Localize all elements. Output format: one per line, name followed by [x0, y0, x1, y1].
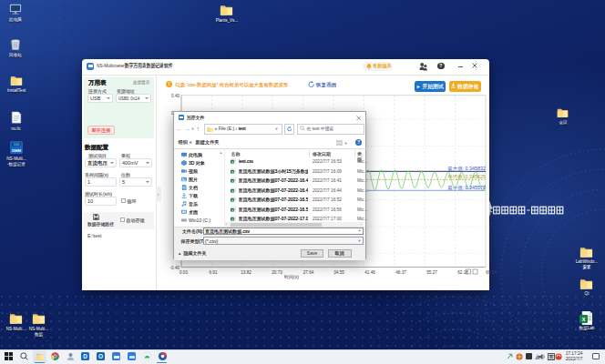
svg-text:69.09: 69.09	[486, 270, 497, 275]
svg-text:最小值: 0.345570: 最小值: 0.345570	[447, 185, 486, 190]
svg-text:27.64: 27.64	[303, 270, 314, 275]
svg-text:-0.40: -0.40	[170, 266, 180, 270]
svg-text:34.55: 34.55	[333, 270, 344, 275]
svg-text:48.37: 48.37	[395, 270, 406, 275]
svg-text:6.91: 6.91	[210, 270, 218, 275]
svg-text:最大值: 0.345832: 最大值: 0.345832	[447, 166, 486, 171]
svg-text:0.00: 0.00	[179, 270, 188, 275]
svg-text:41.46: 41.46	[364, 270, 375, 275]
svg-text:55.27: 55.27	[426, 270, 437, 275]
svg-text:时间(s): 时间(s)	[284, 274, 299, 280]
svg-text:平均值: 0.345625: 平均值: 0.345625	[447, 174, 486, 179]
svg-text:13.82: 13.82	[241, 270, 251, 275]
svg-text:0.40: 0.40	[171, 94, 179, 98]
svg-text:20.73: 20.73	[272, 270, 282, 275]
